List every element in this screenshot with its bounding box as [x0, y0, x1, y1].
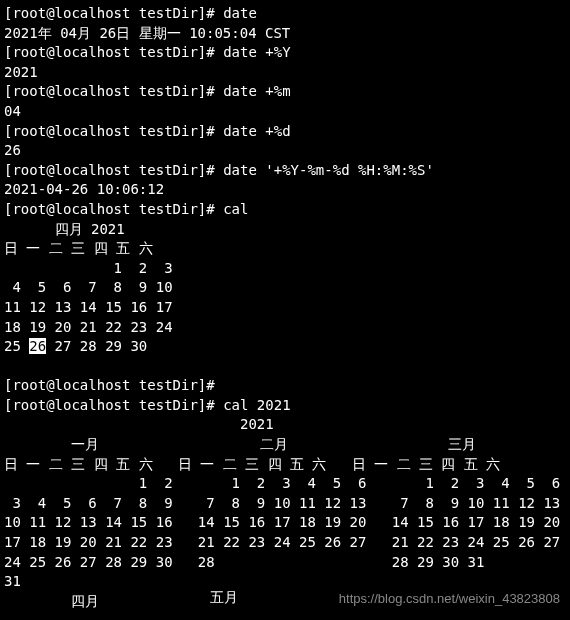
cal-week: 3 4 5 6 7 8 9 7 8 9 10 11 12 13 7 8 9 10… — [4, 494, 566, 514]
terminal-output: [root@localhost testDir]# date 2021年 04月… — [4, 4, 566, 611]
cal-week: 17 18 19 20 21 22 23 21 22 23 24 25 26 2… — [4, 533, 566, 553]
cal-year-title: 2021 — [4, 415, 566, 435]
cal-week: 10 11 12 13 14 15 16 14 15 16 17 18 19 2… — [4, 513, 566, 533]
prompt-line[interactable]: [root@localhost testDir]# date +%d — [4, 122, 566, 142]
cal-header: 日 一 二 三 四 五 六 — [4, 239, 566, 259]
command-cal-year: cal 2021 — [223, 397, 290, 413]
prompt: [root@localhost testDir]# — [4, 162, 215, 178]
cal-weekday-header: 日 一 二 三 四 五 六 日 一 二 三 四 五 六 日 一 二 三 四 五 … — [4, 455, 566, 475]
command-cal: cal — [223, 201, 248, 217]
cal-row: 1 2 3 — [4, 259, 566, 279]
cal-row-today: 25 26 27 28 29 30 — [4, 337, 566, 357]
prompt: [root@localhost testDir]# — [4, 377, 215, 393]
cal-week: 24 25 26 27 28 29 30 28 28 29 30 31 — [4, 553, 566, 573]
prompt-line[interactable]: [root@localhost testDir]# date +%Y — [4, 43, 566, 63]
prompt-line[interactable]: [root@localhost testDir]# cal 2021 — [4, 396, 566, 416]
watermark-text: https://blog.csdn.net/weixin_43823808 — [339, 590, 560, 608]
command-date-fmt: date '+%Y-%m-%d %H:%M:%S' — [223, 162, 434, 178]
prompt: [root@localhost testDir]# — [4, 123, 215, 139]
cal-months-header: 一月 二月 三月 — [4, 435, 566, 455]
cal-title: 四月 2021 — [4, 220, 566, 240]
prompt: [root@localhost testDir]# — [4, 44, 215, 60]
cal-row: 11 12 13 14 15 16 17 — [4, 298, 566, 318]
prompt-line-empty[interactable]: [root@localhost testDir]# — [4, 376, 566, 396]
prompt-line[interactable]: [root@localhost testDir]# date — [4, 4, 566, 24]
blank-line — [4, 357, 566, 377]
command-date: date — [223, 5, 257, 21]
command-date-d: date +%d — [223, 123, 290, 139]
cal-week: 1 2 1 2 3 4 5 6 1 2 3 4 5 6 — [4, 474, 566, 494]
today-highlight: 26 — [29, 338, 46, 354]
command-date-m: date +%m — [223, 83, 290, 99]
cal-row: 18 19 20 21 22 23 24 — [4, 318, 566, 338]
month-may-label: 五月 — [210, 588, 238, 608]
output-date-fmt: 2021-04-26 10:06:12 — [4, 180, 566, 200]
prompt: [root@localhost testDir]# — [4, 397, 215, 413]
prompt-line[interactable]: [root@localhost testDir]# date '+%Y-%m-%… — [4, 161, 566, 181]
prompt: [root@localhost testDir]# — [4, 83, 215, 99]
output-date-y: 2021 — [4, 63, 566, 83]
cal-row: 4 5 6 7 8 9 10 — [4, 278, 566, 298]
prompt-line[interactable]: [root@localhost testDir]# date +%m — [4, 82, 566, 102]
prompt: [root@localhost testDir]# — [4, 5, 215, 21]
command-date-y: date +%Y — [223, 44, 290, 60]
output-date: 2021年 04月 26日 星期一 10:05:04 CST — [4, 24, 566, 44]
prompt-line[interactable]: [root@localhost testDir]# cal — [4, 200, 566, 220]
output-date-d: 26 — [4, 141, 566, 161]
output-date-m: 04 — [4, 102, 566, 122]
prompt: [root@localhost testDir]# — [4, 201, 215, 217]
